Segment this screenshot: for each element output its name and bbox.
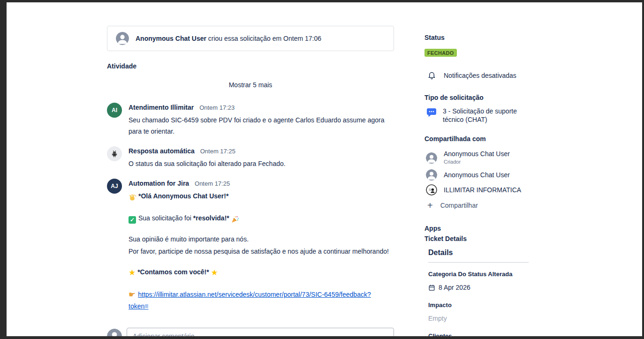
waving-hand-emoji-icon xyxy=(129,192,136,203)
share-button[interactable]: + Compartilhar xyxy=(424,201,584,210)
shared-with-label: Compartilhada com xyxy=(424,134,584,143)
details-divider xyxy=(428,262,529,263)
add-comment-row xyxy=(107,328,394,336)
person-avatar-icon xyxy=(107,329,122,336)
request-main-column: Anonymous Chat User criou essa solicitaç… xyxy=(107,26,394,336)
comment-atendimento: AI Atendimento Illimitar Ontem 17:23 Seu… xyxy=(107,103,394,137)
field-clientes: Clientes Empty xyxy=(428,332,584,336)
avatar-initials: AJ xyxy=(107,179,122,194)
person-avatar-icon xyxy=(116,32,129,45)
comment-list: AI Atendimento Illimitar Ontem 17:23 Seu… xyxy=(107,103,394,316)
comment-text: O status da sua solicitação foi alterado… xyxy=(129,158,286,169)
request-type-label: Tipo de solicitação xyxy=(424,93,584,102)
details-panel-heading: Details xyxy=(428,248,584,258)
comment-resposta-automatica: Resposta automática Ontem 17:25 O status… xyxy=(107,146,394,169)
comment-automation-for-jira: AJ Automation for Jira Ontem 17:25 xyxy=(107,179,394,316)
field-label: Impacto xyxy=(428,301,584,309)
count-on-you-text: *Contamos com você!* xyxy=(137,268,209,276)
greeting-line: *Olá Anonymous Chat User!* xyxy=(129,190,389,203)
shared-user-row: Anonymous Chat User Criador xyxy=(424,150,584,166)
add-comment-input[interactable] xyxy=(127,328,394,336)
feedback-line: ☛https://illimitar.atlassian.net/service… xyxy=(129,289,389,312)
creator-action-text: criou essa solicitação em Ontem 17:06 xyxy=(208,35,321,42)
comment-author: Automation for Jira xyxy=(129,180,189,187)
comment-timestamp: Ontem 17:23 xyxy=(199,104,235,111)
shared-with-list: Anonymous Chat User Criador Anonymous Ch… xyxy=(424,150,584,196)
avatar-automation-for-jira: AJ xyxy=(107,179,122,194)
pointing-finger-emoji-icon: ☛ xyxy=(129,290,136,299)
resolved-text: *resolvida!* xyxy=(193,214,229,222)
creator-name: Anonymous Chat User xyxy=(136,35,206,42)
shared-org-row: B ILLIMITAR INFORMATICA xyxy=(424,184,584,196)
shared-user-name: Anonymous Chat User xyxy=(444,150,510,158)
request-type-value: 3 - Solicitação de suporte técnico (CHAT… xyxy=(443,107,528,124)
avatar-initials: AI xyxy=(107,103,122,118)
creator-card-text: Anonymous Chat User criou essa solicitaç… xyxy=(136,35,321,42)
ticket-details-heading: Ticket Details xyxy=(424,234,584,243)
opinion-line-1: Sua opinião é muito importante para nós. xyxy=(129,234,389,245)
resolved-prefix: Sua solicitação foi xyxy=(138,214,193,222)
bell-icon xyxy=(427,71,436,80)
party-popper-emoji-icon xyxy=(231,214,239,225)
show-more-button[interactable]: Mostrar 5 mais xyxy=(229,81,273,89)
field-value-text: 8 Apr 2026 xyxy=(439,283,470,292)
portal-page: Anonymous Chat User criou essa solicitaç… xyxy=(7,2,642,336)
share-button-label: Compartilhar xyxy=(440,202,478,209)
greeting-text: *Olá Anonymous Chat User!* xyxy=(138,192,228,200)
comment-text: Seu chamado SIC-6459 sobre PDV foi criad… xyxy=(129,114,389,137)
plus-icon: + xyxy=(427,201,433,210)
sidebar-apps-heading: Apps xyxy=(424,224,584,233)
calendar-icon xyxy=(428,284,435,291)
robot-icon xyxy=(107,146,122,161)
comment-author: Resposta automática xyxy=(129,147,195,155)
comment-timestamp: Ontem 17:25 xyxy=(195,180,230,187)
check-mark-emoji-icon: ✓ xyxy=(129,216,136,224)
shared-org-name: ILLIMITAR INFORMATICA xyxy=(444,186,521,194)
count-on-you-line: ★ *Contamos com você!* ★ xyxy=(129,266,389,279)
notifications-label: Notificações desativadas xyxy=(444,72,516,79)
shared-user-name: Anonymous Chat User xyxy=(444,171,510,179)
field-categoria-status: Categoria Do Status Alterada 8 Apr 2026 xyxy=(428,270,584,292)
star-emoji-icon: ★ xyxy=(129,268,136,277)
person-avatar-icon xyxy=(426,152,437,164)
field-label: Clientes xyxy=(428,332,584,336)
creator-card: Anonymous Chat User criou essa solicitaç… xyxy=(107,26,394,51)
shared-user-role: Criador xyxy=(444,159,461,165)
feedback-link[interactable]: https://illimitar.atlassian.net/serviced… xyxy=(129,291,371,310)
svg-text:B: B xyxy=(429,188,431,192)
star-emoji-icon: ★ xyxy=(211,268,218,277)
shared-user-row: Anonymous Chat User xyxy=(424,169,584,181)
person-avatar-icon xyxy=(426,169,437,181)
show-more-row: Mostrar 5 mais xyxy=(107,81,394,89)
screenshot-frame: Anonymous Chat User criou essa solicitaç… xyxy=(0,0,644,339)
notifications-toggle[interactable]: Notificações desativadas xyxy=(424,71,584,80)
opinion-line-2: Por favor, participe de nossa pesquisa d… xyxy=(129,246,389,257)
chat-bubble-icon xyxy=(426,107,437,124)
request-type-row: 3 - Solicitação de suporte técnico (CHAT… xyxy=(424,107,584,124)
status-badge: FECHADO xyxy=(424,49,457,57)
avatar-atendimento-illimitar: AI xyxy=(107,103,122,118)
request-sidebar: Status FECHADO Notificações desativadas … xyxy=(424,33,584,336)
comment-timestamp: Ontem 17:25 xyxy=(200,148,235,155)
comment-author: Atendimento Illimitar xyxy=(129,104,194,111)
status-label: Status xyxy=(424,33,584,42)
activity-heading: Atividade xyxy=(107,61,394,71)
field-impacto: Impacto Empty xyxy=(428,301,584,323)
field-label: Categoria Do Status Alterada xyxy=(428,270,584,278)
organization-avatar-icon: B xyxy=(426,184,437,196)
field-empty-value: Empty xyxy=(428,314,584,323)
resolved-line: ✓Sua solicitação foi *resolvida!* xyxy=(129,212,389,225)
